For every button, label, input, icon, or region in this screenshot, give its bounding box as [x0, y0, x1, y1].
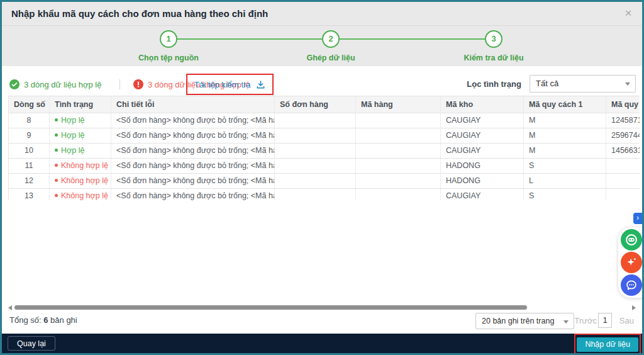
chevron-down-icon: [625, 82, 630, 86]
chat-dots-icon: [625, 278, 638, 292]
table-cell: CAUGIAY: [441, 189, 524, 200]
current-page-box[interactable]: 1: [598, 313, 612, 328]
table-row[interactable]: 13Không hợp lệ<Số đơn hàng> không được b…: [9, 189, 640, 200]
table-cell: 1456631: [606, 144, 640, 158]
table-body: 8Hợp lệ<Số đơn hàng> không được bỏ trống…: [9, 113, 640, 200]
table-cell: 1245871: [606, 113, 640, 128]
table-cell: 11: [9, 159, 50, 173]
table-cell: 9: [9, 128, 50, 143]
status-cell: Hợp lệ: [50, 128, 111, 143]
ai-assistant-button[interactable]: [621, 252, 642, 273]
import-button-highlight: Nhập dữ liệu: [574, 334, 641, 355]
table-cell: L: [524, 174, 606, 188]
column-header: Mã kho: [441, 96, 524, 113]
step-2-circle: 2: [322, 30, 340, 48]
status-label: Không hợp lệ: [61, 161, 108, 170]
step-2-label: Ghép dữ liệu: [277, 54, 384, 62]
table-cell: 13: [9, 189, 50, 200]
status-cell: Không hợp lệ: [50, 189, 111, 200]
prev-page-button[interactable]: Trước: [574, 316, 597, 325]
status-dot-icon: [55, 194, 58, 197]
validation-table: Dòng sốTình trạngChi tiết lỗiSố đơn hàng…: [8, 96, 640, 200]
table-cell: [275, 189, 356, 200]
download-check-file-link[interactable]: Tải tệp kiểm tra: [194, 80, 251, 89]
table-cell: S: [524, 159, 606, 173]
step-check-data[interactable]: 3 Kiểm tra dữ liệu: [440, 30, 547, 62]
table-cell: <Số đơn hàng> không được bỏ trống; <Mã h…: [111, 159, 275, 173]
table-cell: [275, 144, 356, 158]
horizontal-scrollbar[interactable]: [8, 305, 636, 311]
chat-widget-button[interactable]: [621, 229, 642, 251]
table-header-row: Dòng sốTình trạngChi tiết lỗiSố đơn hàng…: [9, 96, 640, 113]
table-row[interactable]: 12Không hợp lệ<Số đơn hàng> không được b…: [9, 174, 640, 189]
status-divider: [119, 79, 120, 89]
table-cell: HADONG: [441, 159, 524, 173]
table-row[interactable]: 8Hợp lệ<Số đơn hàng> không được bỏ trống…: [9, 113, 640, 128]
total-label: Tổng số:: [9, 315, 42, 325]
table-cell: [606, 189, 640, 200]
scroll-right-icon[interactable]: [632, 305, 636, 310]
download-icon[interactable]: [256, 80, 265, 89]
table-cell: M: [524, 113, 606, 128]
status-label: Không hợp lệ: [61, 176, 108, 185]
close-icon[interactable]: ×: [622, 7, 635, 20]
table-cell: 12: [9, 174, 50, 188]
table-cell: <Số đơn hàng> không được bỏ trống; <Mã h…: [111, 128, 275, 143]
column-header: Mã quy cách 1: [524, 96, 606, 113]
table-row[interactable]: 10Hợp lệ<Số đơn hàng> không được bỏ trốn…: [9, 144, 640, 159]
status-dot-icon: [55, 118, 58, 121]
next-page-button[interactable]: Sau: [619, 316, 634, 325]
valid-rows-text: 3 dòng dữ liệu hợp lệ: [24, 80, 101, 89]
step-3-circle: 3: [485, 30, 502, 48]
step-1-circle: 1: [160, 30, 177, 48]
table-cell: 10: [9, 144, 50, 158]
table-cell: [606, 159, 640, 173]
valid-rows-status: 3 dòng dữ liệu hợp lệ: [9, 74, 101, 95]
table-cell: 2596744: [606, 128, 640, 143]
table-cell: CAUGIAY: [441, 128, 524, 143]
table-cell: [356, 128, 441, 143]
scroll-left-icon[interactable]: [8, 305, 12, 310]
stepper: 1 Chọn tệp nguồn 2 Ghép dữ liệu 3 Kiểm t…: [2, 26, 642, 66]
status-dot-icon: [55, 164, 58, 167]
status-label: Hợp lệ: [61, 146, 84, 155]
back-button[interactable]: Quay lại: [8, 336, 55, 351]
import-button[interactable]: Nhập dữ liệu: [577, 337, 638, 352]
status-label: Hợp lệ: [61, 131, 84, 140]
status-cell: Hợp lệ: [50, 144, 111, 158]
column-header: Tình trạng: [50, 96, 111, 113]
table-row[interactable]: 9Hợp lệ<Số đơn hàng> không được bỏ trống…: [9, 128, 640, 144]
column-header: Dòng số: [9, 96, 50, 113]
status-label: Hợp lệ: [61, 116, 84, 125]
status-cell: Hợp lệ: [50, 113, 111, 128]
sparkle-icon: [625, 256, 638, 269]
bottom-action-bar: Quay lại Nhập dữ liệu: [2, 334, 642, 353]
table-row[interactable]: 11Không hợp lệ<Số đơn hàng> không được b…: [9, 159, 640, 174]
step-select-source[interactable]: 1 Chọn tệp nguồn: [115, 30, 222, 62]
table-cell: 8: [9, 113, 50, 128]
import-dialog: Nhập khẩu mã quy cách cho đơn mua hàng t…: [0, 0, 644, 355]
error-circle-icon: [133, 79, 143, 89]
step-map-data[interactable]: 2 Ghép dữ liệu: [277, 30, 384, 62]
column-header: Mã quy cách: [606, 96, 640, 113]
table-cell: CAUGIAY: [441, 144, 524, 158]
feedback-chat-button[interactable]: [621, 274, 642, 296]
expand-widgets-tab[interactable]: ›: [633, 213, 642, 224]
filter-select[interactable]: Tất cả: [530, 75, 636, 93]
total-value: 6: [43, 315, 48, 325]
total-records: Tổng số: 6 bản ghi: [9, 315, 77, 325]
status-dot-icon: [55, 133, 58, 137]
step-1-label: Chọn tệp nguồn: [115, 54, 222, 62]
column-header: Số đơn hàng: [275, 96, 356, 113]
scrollbar-thumb[interactable]: [14, 305, 527, 310]
filter-label: Lọc tình trạng: [467, 79, 521, 89]
page-size-select[interactable]: 20 bản ghi trên trang: [475, 313, 574, 329]
floating-widget-panel: [618, 227, 644, 298]
import-dialog-screen: Nhập khẩu mã quy cách cho đơn mua hàng t…: [0, 0, 644, 355]
column-header: Mã hàng: [356, 96, 441, 113]
status-filter: Lọc tình trạng Tất cả: [467, 75, 636, 93]
table-cell: [356, 189, 441, 200]
table-cell: <Số đơn hàng> không được bỏ trống; <Mã h…: [111, 113, 275, 128]
total-unit: bản ghi: [50, 315, 77, 325]
table-cell: M: [524, 128, 606, 143]
